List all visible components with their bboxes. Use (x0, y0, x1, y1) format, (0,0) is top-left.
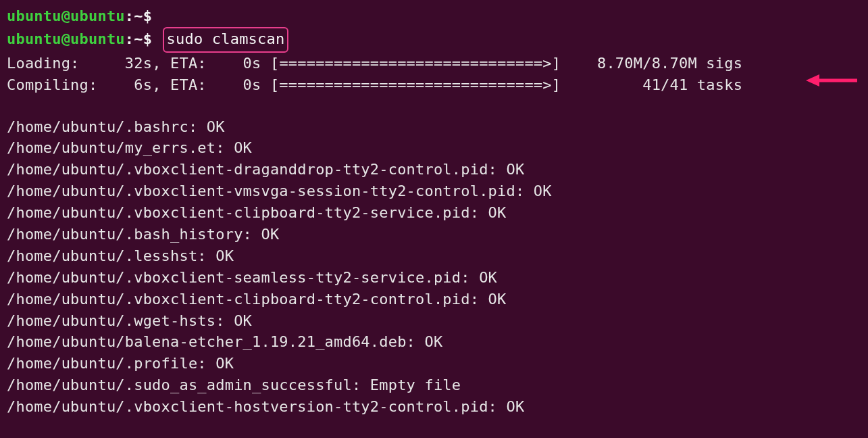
scan-result-line: /home/ubuntu/.vboxclient-clipboard-tty2-… (7, 289, 861, 310)
compiling-row: Compiling: 6s, ETA: 0s [================… (7, 74, 861, 96)
scan-result-line: /home/ubuntu/.sudo_as_admin_successful: … (7, 374, 861, 396)
loading-status: 8.70M/8.70M sigs (597, 55, 742, 72)
scan-result-line: /home/ubuntu/.bashrc: OK (7, 116, 861, 138)
loading-eta: 0s (243, 55, 261, 72)
prompt-user-host: ubuntu@ubuntu (7, 30, 125, 47)
loading-bar: [=============================>] (270, 55, 561, 72)
prompt-user-host: ubuntu@ubuntu (7, 7, 125, 24)
scan-result-line: /home/ubuntu/.vboxclient-clipboard-tty2-… (7, 202, 861, 224)
compiling-elapsed: 6s (134, 76, 152, 93)
scan-result-line: /home/ubuntu/.bash_history: OK (7, 224, 861, 245)
arrow-annotation-icon (806, 73, 857, 88)
svg-marker-1 (806, 74, 819, 87)
compiling-eta: 0s (243, 76, 261, 93)
command-highlight-box: sudo clamscan (163, 27, 289, 53)
loading-label: Loading: (7, 55, 80, 72)
prompt-path: ~ (134, 7, 143, 24)
prompt-colon: : (125, 30, 134, 47)
scan-result-line: /home/ubuntu/.vboxclient-vmsvga-session-… (7, 180, 861, 202)
loading-eta-label: ETA: (170, 55, 207, 72)
loading-row: Loading: 32s, ETA: 0s [=================… (7, 53, 861, 74)
compiling-eta-label: ETA: (170, 76, 207, 93)
scan-output-block: /home/ubuntu/.bashrc: OK/home/ubuntu/my_… (7, 116, 861, 418)
scan-result-line: /home/ubuntu/my_errs.et: OK (7, 137, 861, 159)
command-text[interactable]: sudo clamscan (167, 30, 285, 47)
compiling-status: 41/41 tasks (642, 76, 742, 93)
scan-result-line: /home/ubuntu/.profile: OK (7, 353, 861, 374)
scan-result-line: /home/ubuntu/.vboxclient-hostversion-tty… (7, 396, 861, 418)
compiling-bar: [=============================>] (270, 76, 561, 93)
prompt-line-empty: ubuntu@ubuntu:~$ (7, 5, 861, 27)
prompt-path: ~ (134, 30, 143, 47)
scan-result-line: /home/ubuntu/.vboxclient-seamless-tty2-s… (7, 267, 861, 289)
loading-elapsed: 32s (125, 55, 152, 72)
spacer (7, 96, 861, 116)
compiling-label: Compiling: (7, 76, 97, 93)
prompt-line-command: ubuntu@ubuntu:~$ sudo clamscan (7, 27, 861, 53)
scan-result-line: /home/ubuntu/balena-etcher_1.19.21_amd64… (7, 331, 861, 353)
prompt-dollar: $ (143, 30, 152, 47)
scan-result-line: /home/ubuntu/.vboxclient-draganddrop-tty… (7, 159, 861, 180)
scan-result-line: /home/ubuntu/.lesshst: OK (7, 245, 861, 267)
prompt-colon: : (125, 7, 134, 24)
scan-result-line: /home/ubuntu/.wget-hsts: OK (7, 310, 861, 332)
prompt-dollar: $ (143, 7, 152, 24)
